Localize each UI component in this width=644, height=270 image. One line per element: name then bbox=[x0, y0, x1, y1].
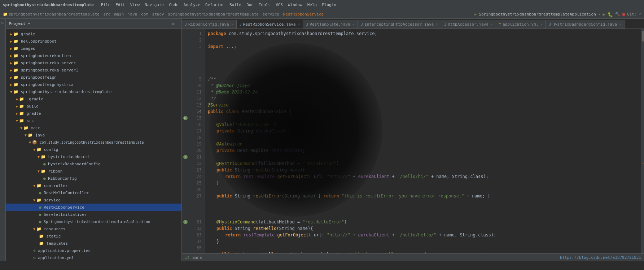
menu-refactor[interactable]: Refactor bbox=[203, 2, 227, 8]
bc-com[interactable]: com bbox=[141, 12, 148, 17]
tree-item-controller-folder[interactable]: ▼ 📁 controller bbox=[6, 182, 181, 189]
bc-project[interactable]: springboothystrixdashboardresttemplate bbox=[9, 12, 100, 17]
tree-item-pkg[interactable]: ▼ 📦 com.study.springboothystrixdashboard… bbox=[6, 139, 181, 146]
code-line-16: @Value("EUREKA-CLIENT") bbox=[208, 121, 641, 128]
bc-sep7: › bbox=[259, 12, 262, 17]
tree-item-static[interactable]: 📁 static bbox=[6, 232, 181, 240]
code-editor[interactable]: ▶ ↑ ↑ 1 2 3 bbox=[182, 29, 644, 253]
tree-item-gradle[interactable]: ▶ 📁 gradle bbox=[6, 30, 181, 38]
tree-item-feignhystrix[interactable]: ▶ 📁 springbootfeignhystrix bbox=[6, 81, 181, 88]
folder-open-icon: ▼ bbox=[16, 119, 18, 123]
tab-resttemplate[interactable]: J RestTemplate.java × bbox=[303, 20, 358, 29]
menu-window[interactable]: Window bbox=[286, 2, 305, 8]
menu-navigate[interactable]: Navigate bbox=[143, 2, 166, 8]
menu-run[interactable]: Run bbox=[244, 2, 256, 8]
tree-item-restribbon[interactable]: ● RestRibbonService bbox=[6, 204, 181, 211]
code-line-33: return restTemplate.getForObject( url: "… bbox=[208, 232, 641, 238]
bc-service[interactable]: service bbox=[263, 12, 279, 17]
tree-item-config-folder[interactable]: ▼ 📁 config bbox=[6, 146, 181, 153]
menu-code[interactable]: Code bbox=[167, 2, 181, 8]
tree-item-servletinitializer[interactable]: ● ServletInitializer bbox=[6, 211, 181, 218]
stop-button[interactable]: ■ bbox=[622, 12, 625, 17]
tree-item-build[interactable]: ▶ 📁 build bbox=[6, 103, 181, 110]
tree-item-hystrixdashboardconfig[interactable]: ● HystrixDashboardConfig bbox=[6, 160, 181, 167]
run-config-name[interactable]: SpringboothystrixdashboardresttemplateAp… bbox=[479, 12, 596, 17]
impl-gutter-icon2[interactable]: ↑ bbox=[183, 220, 188, 224]
bc-java[interactable]: java bbox=[128, 12, 137, 17]
menu-file[interactable]: File bbox=[99, 2, 113, 8]
debug-button[interactable]: 🐛 bbox=[608, 12, 613, 17]
right-scrollbar[interactable] bbox=[641, 29, 644, 253]
tab-httpaccessor[interactable]: J HttpAccessor.java × bbox=[441, 20, 496, 29]
tree-item-springapp[interactable]: ● Springboothystrixdashboardresttemplate… bbox=[6, 218, 181, 225]
tab-hystrixdashconfig[interactable]: J HystrixDashboardConfig.java × bbox=[546, 20, 625, 29]
run-config-dropdown[interactable]: ▾ bbox=[598, 12, 601, 17]
tree-item-main[interactable]: ▼ 📁 main bbox=[6, 124, 181, 131]
tree-item-app-properties[interactable]: ⚙ application.properties bbox=[6, 247, 181, 254]
tree-item-ribbon[interactable]: ▼ 📁 ribbon bbox=[6, 167, 181, 175]
bc-pkg[interactable]: springboothystrixdashboardresttemplate bbox=[168, 12, 259, 17]
tree-item-resources[interactable]: ▼ 📁 resources bbox=[6, 225, 181, 232]
project-tab-icon[interactable]: P bbox=[1, 22, 5, 23]
tree-item-service-folder[interactable]: ▼ 📁 service bbox=[6, 196, 181, 204]
folder-icon: ▶ bbox=[16, 97, 18, 101]
tree-item-dotgradle[interactable]: ▶ 📁 .gradle bbox=[6, 95, 181, 103]
tree-item-app-yml[interactable]: ⚙ application.yml bbox=[6, 254, 181, 261]
run-button[interactable]: ▶ bbox=[603, 12, 605, 17]
scroll-thumb[interactable] bbox=[642, 31, 644, 42]
menu-analyze[interactable]: Analyze bbox=[181, 2, 202, 8]
run-gutter-icon[interactable]: ▶ bbox=[183, 116, 188, 120]
tree-item-images[interactable]: ▶ 📁 images bbox=[6, 45, 181, 52]
tab-ribbonconfig[interactable]: J RibbonConfig.java × bbox=[182, 20, 237, 29]
tab-close[interactable]: × bbox=[298, 22, 300, 26]
code-content[interactable]: package com.study.springboothystrixdashb… bbox=[205, 29, 641, 253]
tree-item-java[interactable]: ▼ 📁 java bbox=[6, 131, 181, 139]
tab-close[interactable]: × bbox=[491, 22, 493, 26]
tree-item-ribbonconfig[interactable]: ● RibbonConfig bbox=[6, 175, 181, 182]
code-line-34: } bbox=[208, 238, 641, 245]
tree-item-hellospringboot[interactable]: ▶ 📁 hellospringboot bbox=[6, 38, 181, 45]
build-button[interactable]: 🔨 bbox=[615, 12, 620, 17]
menu-vcs[interactable]: VCS bbox=[273, 2, 285, 8]
menu-tools[interactable]: Tools bbox=[257, 2, 273, 8]
code-line-2 bbox=[208, 37, 641, 43]
bc-file[interactable]: RestRibbonService bbox=[283, 12, 324, 17]
tab-close[interactable]: × bbox=[540, 22, 543, 26]
folder-icon: ▶ bbox=[10, 75, 12, 79]
bc-sep1: › bbox=[100, 12, 103, 17]
folder-icon: ▶ bbox=[10, 54, 12, 58]
git-check[interactable]: ✓ bbox=[639, 12, 641, 17]
tree-item-src[interactable]: ▼ 📁 src bbox=[6, 117, 181, 124]
bc-main[interactable]: main bbox=[114, 12, 124, 17]
code-line-12: */ bbox=[208, 95, 641, 102]
impl-gutter-icon[interactable]: ↑ bbox=[183, 155, 188, 159]
bc-study[interactable]: study bbox=[152, 12, 164, 17]
tab-close[interactable]: × bbox=[436, 22, 438, 26]
tree-item-main-project[interactable]: ▼ 📁 springboothystrixdashboardresttempla… bbox=[6, 88, 181, 95]
menu-plugin[interactable]: Plugin bbox=[320, 2, 338, 8]
tab-close[interactable]: × bbox=[352, 22, 355, 26]
tab-close[interactable]: × bbox=[231, 22, 233, 26]
menu-help[interactable]: Help bbox=[305, 2, 319, 8]
bc-sep5: › bbox=[149, 12, 152, 17]
menu-view[interactable]: View bbox=[128, 2, 142, 8]
tree-item-eurekaclient[interactable]: ▶ 📁 springbooteurekaclient bbox=[6, 52, 181, 59]
tab-restribbon[interactable]: J RestRibbonService.java × bbox=[237, 20, 303, 29]
tree-item-feign[interactable]: ▶ 📁 springbootfeign bbox=[6, 74, 181, 81]
tab-intercepting[interactable]: J InterceptingHttpAccessor.java × bbox=[358, 20, 441, 29]
tab-close[interactable]: × bbox=[619, 22, 621, 26]
bc-src[interactable]: src bbox=[103, 12, 110, 17]
minimize-icon[interactable]: – bbox=[176, 21, 179, 26]
tree-item-eurekaserver[interactable]: ▶ 📁 springbooteureka server bbox=[6, 59, 181, 66]
tree-item-hystrix-dashboard[interactable]: ▼ 📁 hystrix.dashboard bbox=[6, 153, 181, 160]
java-icon: ● bbox=[43, 162, 46, 166]
menu-build[interactable]: Build bbox=[227, 2, 244, 8]
folder-icon: ▶ bbox=[10, 83, 12, 87]
tree-item-templates[interactable]: 📁 templates bbox=[6, 240, 181, 247]
menu-edit[interactable]: Edit bbox=[113, 2, 127, 8]
tree-item-gradle2[interactable]: ▶ 📁 gradle bbox=[6, 110, 181, 117]
gear-icon[interactable]: ⚙ bbox=[172, 21, 175, 26]
tab-application-yml[interactable]: Y application.yml × bbox=[496, 20, 546, 29]
tree-item-controller[interactable]: ● RestHelloController bbox=[6, 189, 181, 196]
tree-item-eurekaserver1[interactable]: ▶ 📁 springbooteureka server1 bbox=[6, 66, 181, 74]
